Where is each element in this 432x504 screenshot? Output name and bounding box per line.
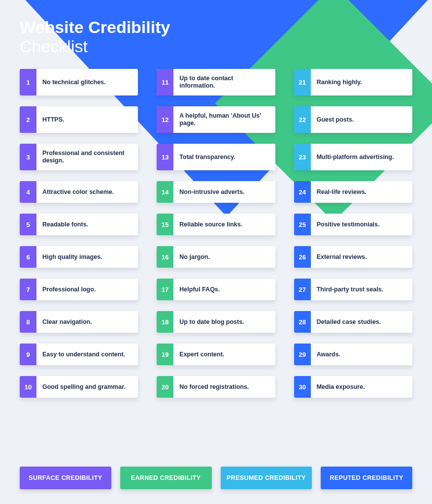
checklist-item: 3Professional and consistent design.: [20, 144, 138, 170]
item-number: 28: [294, 311, 311, 333]
checklist-item: 19Expert content.: [157, 344, 275, 365]
legend-pill: SURFACE CREDIBILITY: [20, 467, 111, 489]
item-label: Easy to understand content.: [36, 344, 138, 365]
item-label: Professional logo.: [36, 279, 138, 300]
item-number: 20: [157, 376, 173, 398]
legend: SURFACE CREDIBILITYEARNED CREDIBILITYPRE…: [20, 467, 412, 489]
page-title: Website Credibility Checklist: [20, 18, 412, 56]
item-label: Clear navigation.: [36, 311, 138, 333]
checklist-item: 15Reliable source links.: [157, 214, 275, 235]
item-label: Professional and consistent design.: [36, 144, 138, 170]
item-number: 13: [157, 144, 173, 170]
item-number: 23: [294, 144, 311, 170]
checklist-item: 23Multi-platform advertising.: [294, 144, 412, 170]
checklist-grid: 1No technical glitches.11Up to date cont…: [20, 69, 412, 453]
item-number: 27: [294, 279, 311, 300]
checklist-item: 27Third-party trust seals.: [294, 279, 412, 300]
item-number: 11: [157, 69, 173, 95]
page: Website Credibility Checklist 1No techni…: [0, 0, 432, 504]
checklist-item: 28Detailed case studies.: [294, 311, 412, 333]
item-number: 9: [20, 344, 36, 365]
item-number: 5: [20, 214, 36, 235]
checklist-item: 13Total transparency.: [157, 144, 275, 170]
checklist-item: 30Media exposure.: [294, 376, 412, 398]
item-number: 8: [20, 311, 36, 333]
checklist-item: 12A helpful, human 'About Us' page.: [157, 106, 275, 133]
item-label: Expert content.: [173, 344, 275, 365]
checklist-item: 26External reviews.: [294, 246, 412, 268]
checklist-item: 2HTTPS.: [20, 106, 138, 133]
checklist-item: 21Ranking highly.: [294, 69, 412, 95]
item-label: Up to date blog posts.: [173, 311, 275, 333]
item-number: 12: [157, 106, 173, 133]
checklist-item: 20No forced registrations.: [157, 376, 275, 398]
legend-pill: PRESUMED CREDIBILITY: [221, 467, 312, 489]
item-number: 1: [20, 69, 36, 95]
item-number: 15: [157, 214, 173, 235]
checklist-item: 25Positive testimonials.: [294, 214, 412, 235]
item-number: 6: [20, 246, 36, 268]
item-number: 7: [20, 279, 36, 300]
checklist-item: 18Up to date blog posts.: [157, 311, 275, 333]
checklist-item: 17Helpful FAQs.: [157, 279, 275, 300]
checklist-item: 7Professional logo.: [20, 279, 138, 300]
checklist-item: 10Good spelling and grammar.: [20, 376, 138, 398]
item-label: HTTPS.: [36, 106, 138, 133]
item-number: 3: [20, 144, 36, 170]
item-label: Ranking highly.: [311, 69, 412, 95]
item-label: High quality images.: [36, 246, 138, 268]
item-number: 14: [157, 181, 173, 203]
item-label: Attractive color scheme.: [36, 181, 138, 203]
item-number: 4: [20, 181, 36, 203]
item-label: Total transparency.: [173, 144, 275, 170]
item-label: Good spelling and grammar.: [36, 376, 138, 398]
checklist-item: 29Awards.: [294, 344, 412, 365]
item-label: Guest posts.: [311, 106, 412, 133]
item-label: Reliable source links.: [173, 214, 275, 235]
item-label: A helpful, human 'About Us' page.: [173, 106, 275, 133]
checklist-item: 9Easy to understand content.: [20, 344, 138, 365]
item-number: 17: [157, 279, 173, 300]
item-label: Detailed case studies.: [311, 311, 412, 333]
item-label: Awards.: [311, 344, 412, 365]
item-label: No forced registrations.: [173, 376, 275, 398]
item-label: Helpful FAQs.: [173, 279, 275, 300]
item-number: 29: [294, 344, 311, 365]
checklist-item: 16No jargon.: [157, 246, 275, 268]
item-label: Multi-platform advertising.: [311, 144, 412, 170]
item-label: Readable fonts.: [36, 214, 138, 235]
item-label: No technical glitches.: [36, 69, 138, 95]
item-label: External reviews.: [311, 246, 412, 268]
item-label: Non-intrusive adverts.: [173, 181, 275, 203]
title-light: Checklist: [20, 37, 88, 56]
checklist-item: 22Guest posts.: [294, 106, 412, 133]
item-number: 25: [294, 214, 311, 235]
item-label: Positive testimonials.: [311, 214, 412, 235]
item-number: 22: [294, 106, 311, 133]
item-number: 24: [294, 181, 311, 203]
checklist-item: 6High quality images.: [20, 246, 138, 268]
item-label: No jargon.: [173, 246, 275, 268]
item-number: 26: [294, 246, 311, 268]
item-number: 10: [20, 376, 36, 398]
item-number: 19: [157, 344, 173, 365]
item-label: Real-life reviews.: [311, 181, 412, 203]
checklist-item: 11Up to date contact information.: [157, 69, 275, 95]
item-number: 30: [294, 376, 311, 398]
legend-pill: REPUTED CREDIBILITY: [321, 467, 412, 489]
checklist-item: 8Clear navigation.: [20, 311, 138, 333]
item-number: 21: [294, 69, 311, 95]
item-number: 2: [20, 106, 36, 133]
legend-pill: EARNED CREDIBILITY: [120, 467, 212, 489]
item-number: 16: [157, 246, 173, 268]
title-bold: Website Credibility: [20, 18, 170, 36]
item-label: Third-party trust seals.: [311, 279, 412, 300]
checklist-item: 4Attractive color scheme.: [20, 181, 138, 203]
checklist-item: 24Real-life reviews.: [294, 181, 412, 203]
item-label: Up to date contact information.: [173, 69, 275, 95]
checklist-item: 14Non-intrusive adverts.: [157, 181, 275, 203]
item-number: 18: [157, 311, 173, 333]
checklist-item: 5Readable fonts.: [20, 214, 138, 235]
item-label: Media exposure.: [311, 376, 412, 398]
checklist-item: 1No technical glitches.: [20, 69, 138, 95]
